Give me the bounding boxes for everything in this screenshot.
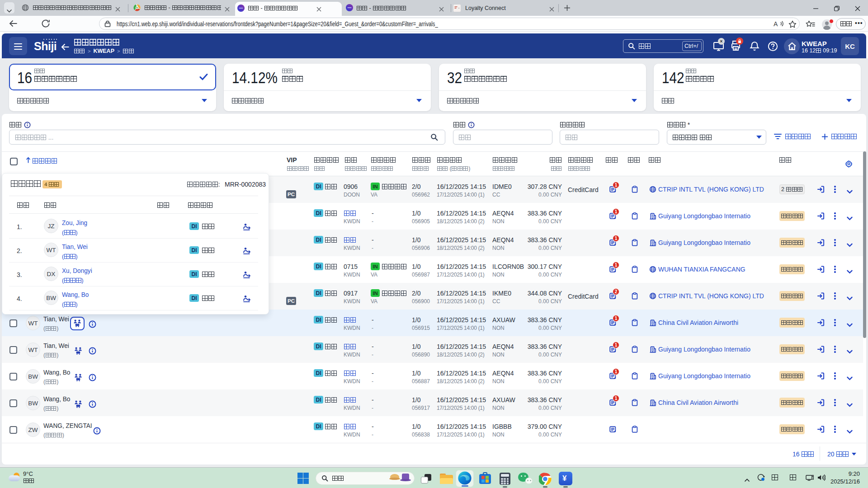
svg-text:A: A xyxy=(774,20,778,28)
